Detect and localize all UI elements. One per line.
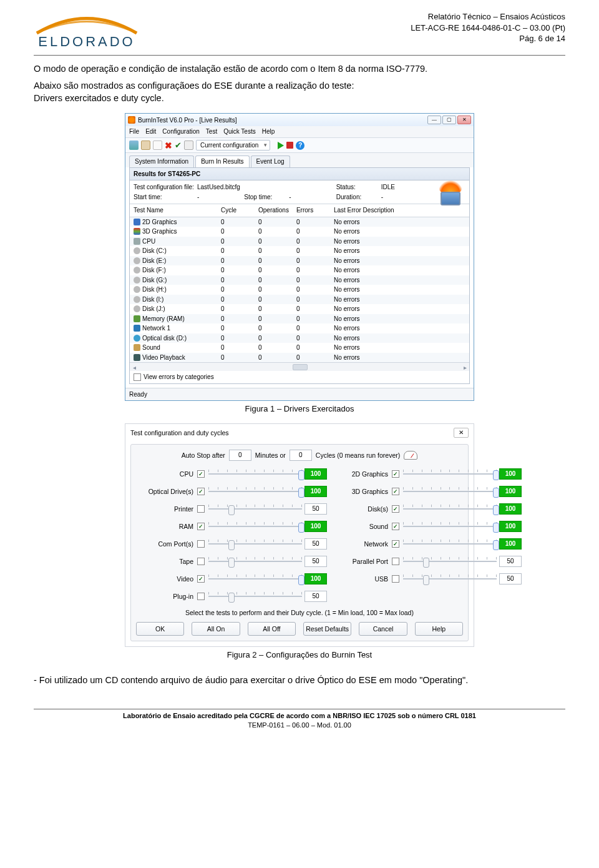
table-row[interactable]: Network 1000No errors [130,323,469,333]
checkbox-icon[interactable] [197,488,205,495]
tab[interactable]: Burn In Results [195,155,249,167]
column-header: Operations [255,204,293,217]
minimize-button[interactable]: — [427,116,441,124]
checkbox-icon[interactable] [392,558,399,565]
dialog-button[interactable]: Help [415,622,463,636]
checkbox-icon[interactable] [392,488,399,495]
menu-item[interactable]: Edit [145,127,156,136]
table-row[interactable]: Disk (J:)000No errors [130,304,469,314]
checkbox-icon[interactable] [197,470,205,478]
table-row[interactable]: Disk (H:)000No errors [130,285,469,295]
save-icon[interactable] [129,141,139,150]
dialog-button[interactable]: OK [136,622,184,636]
dialog-button[interactable]: Reset Defaults [303,622,351,636]
tab[interactable]: Event Log [251,155,290,167]
duty-slider[interactable] [403,505,497,513]
duty-slider[interactable] [208,470,302,478]
checkbox-icon[interactable] [197,540,205,548]
clear-icon[interactable]: ✖ [165,141,172,150]
stop-icon[interactable] [286,142,293,149]
table-row[interactable]: Optical disk (D:)000No errors [130,333,469,343]
duty-slider[interactable] [208,487,302,496]
duty-value[interactable]: 100 [304,521,327,532]
view-errors-label: View errors by categories [144,373,214,382]
duty-slider[interactable] [208,522,302,531]
duty-value[interactable]: 100 [499,468,522,480]
table-row[interactable]: Disk (E:)000No errors [130,256,469,266]
config-dropdown[interactable]: Current configuration [196,140,270,151]
table-row[interactable]: Disk (F:)000No errors [130,265,469,275]
duty-value[interactable]: 100 [304,486,327,497]
duty-slider[interactable] [208,575,302,583]
checkbox-icon[interactable] [197,505,205,513]
table-row[interactable]: Video Playback000No errors [130,353,469,363]
menu-item[interactable]: Quick Tests [223,127,256,136]
dur-label: Duration: [336,193,380,202]
checkbox-icon[interactable] [392,505,399,513]
table-row[interactable]: Disk (I:)000No errors [130,295,469,305]
dialog-close-icon[interactable]: ✕ [454,428,469,438]
close-button[interactable]: ✕ [457,116,471,124]
config-icon[interactable] [184,141,193,150]
table-row[interactable]: CPU000No errors [130,237,469,247]
dialog-button[interactable]: Cancel [359,622,407,636]
checkbox-icon[interactable] [197,593,205,600]
duty-value[interactable]: 100 [499,538,522,550]
checkbox-icon[interactable] [134,373,141,381]
duty-slider[interactable] [208,505,302,513]
duty-value[interactable]: 50 [304,538,327,550]
copy-icon[interactable] [141,141,150,150]
checkbox-icon[interactable] [197,523,205,530]
duty-value[interactable]: 50 [499,573,522,584]
table-row[interactable]: Disk (C:)000No errors [130,246,469,256]
autostop-minutes[interactable]: 0 [229,450,251,461]
duty-value[interactable]: 50 [304,503,327,515]
duty-value[interactable]: 50 [499,556,522,567]
menu-item[interactable]: Test [206,127,217,136]
duty-slider[interactable] [403,575,497,583]
checkbox-icon[interactable] [392,575,399,583]
checkbox-icon[interactable] [392,470,399,478]
start-icon[interactable] [278,142,284,149]
autostop-cycles[interactable]: 0 [290,450,312,461]
table-row[interactable]: Memory (RAM)000No errors [130,314,469,324]
test-icon [134,296,140,303]
duty-label: Tape [136,557,195,566]
duty-slider[interactable] [403,522,497,531]
dialog-button[interactable]: All Off [248,622,296,636]
maximize-button[interactable]: ▢ [442,116,456,124]
duty-slider[interactable] [403,540,497,548]
view-errors-check[interactable]: View errors by categories [130,371,469,383]
duty-value[interactable]: 100 [499,486,522,497]
duty-slider[interactable] [403,470,497,478]
checkbox-icon[interactable] [392,523,399,530]
help-icon[interactable]: ? [296,141,304,150]
table-row[interactable]: 2D Graphics000No errors [130,217,469,227]
table-row[interactable]: Disk (G:)000No errors [130,275,469,285]
duty-slider[interactable] [403,557,497,566]
duty-slider[interactable] [403,487,497,496]
table-row[interactable]: Sound000No errors [130,343,469,353]
duty-value[interactable]: 100 [304,573,327,584]
menu-item[interactable]: File [129,127,139,136]
duty-slider[interactable] [208,592,302,601]
tab[interactable]: System Information [129,155,194,167]
duty-value[interactable]: 100 [499,503,522,515]
duty-slider[interactable] [208,557,302,566]
horizontal-scrollbar[interactable]: ◂▸ [130,362,469,371]
checkbox-icon[interactable] [197,575,205,583]
check-icon[interactable]: ✔ [175,140,182,151]
table-row[interactable]: 3D Graphics000No errors [130,227,469,237]
duty-value[interactable]: 100 [304,468,327,480]
duty-value[interactable]: 50 [304,591,327,602]
menu-item[interactable]: Configuration [162,127,199,136]
menu-item[interactable]: Help [262,127,275,136]
duty-value[interactable]: 50 [304,556,327,567]
duty-value[interactable]: 100 [499,521,522,532]
checkbox-icon[interactable] [392,540,399,548]
dialog-button[interactable]: All On [192,622,240,636]
duty-label: Com Port(s) [136,540,195,548]
checkbox-icon[interactable] [197,558,205,565]
duty-slider[interactable] [208,540,302,548]
paste-icon[interactable] [153,141,162,150]
